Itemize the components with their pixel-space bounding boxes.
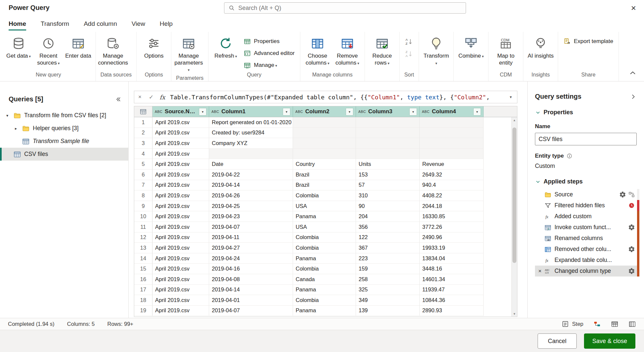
grid-cell[interactable]: April 2019.csv: [152, 222, 209, 232]
step-settings-gear-icon[interactable]: [628, 224, 635, 231]
grid-cell[interactable]: Brazil: [293, 170, 356, 180]
row-number[interactable]: 12: [134, 232, 152, 243]
column-header-source-name[interactable]: ABCSource.Name▾: [152, 106, 209, 117]
grid-cell[interactable]: April 2019.csv: [152, 274, 209, 285]
tab-add-column[interactable]: Add column: [84, 16, 117, 32]
tab-help[interactable]: Help: [160, 16, 173, 32]
grid-cell[interactable]: [356, 149, 420, 159]
grid-cell[interactable]: [356, 138, 420, 149]
grid-cell[interactable]: [420, 138, 484, 149]
row-number[interactable]: 15: [134, 264, 152, 274]
row-number[interactable]: 19: [134, 306, 152, 316]
applied-step-expanded-table-colu[interactable]: fxExpanded table colu...: [535, 255, 639, 266]
ribbon-button-recent-sources[interactable]: Recent sources ▾: [34, 35, 63, 68]
row-number[interactable]: 1: [134, 117, 152, 128]
tab-view[interactable]: View: [132, 16, 145, 32]
tab-transform[interactable]: Transform: [41, 16, 69, 32]
row-number[interactable]: 10: [134, 211, 152, 222]
query-item-helper-queries-3[interactable]: ▸Helper queries [3]: [0, 122, 128, 135]
row-number[interactable]: 2: [134, 128, 152, 138]
grid-cell[interactable]: April 2019.csv: [152, 253, 209, 264]
grid-cell[interactable]: Created by: user9284: [209, 128, 293, 138]
grid-cell[interactable]: April 2019.csv: [152, 211, 209, 222]
row-number[interactable]: 7: [134, 180, 152, 191]
row-number[interactable]: 9: [134, 201, 152, 212]
grid-cell[interactable]: 16330.85: [420, 211, 484, 222]
grid-cell[interactable]: Colombia: [293, 232, 356, 243]
step-settings-gear-icon[interactable]: [619, 191, 626, 198]
info-icon[interactable]: [566, 153, 572, 159]
grid-cell[interactable]: 2019-04-07: [209, 222, 293, 232]
grid-cell[interactable]: 2019-04-07: [209, 306, 293, 316]
ribbon-button-enter-data[interactable]: Enter data: [64, 35, 93, 61]
grid-cell[interactable]: 310: [356, 190, 420, 201]
ribbon-button-manage-connections[interactable]: Manage connections: [98, 35, 128, 68]
grid-cell[interactable]: 2019-04-25: [209, 201, 293, 212]
ribbon-button-properties[interactable]: Properties: [241, 36, 297, 47]
grid-cell[interactable]: April 2019.csv: [152, 232, 209, 243]
grid-cell[interactable]: 2890.93: [420, 306, 484, 316]
grid-cell[interactable]: 2019-04-24: [209, 253, 293, 264]
grid-cell[interactable]: [420, 128, 484, 138]
grid-cell[interactable]: [293, 128, 356, 138]
grid-cell[interactable]: 204: [356, 211, 420, 222]
grid-cell[interactable]: April 2019.csv: [152, 128, 209, 138]
grid-cell[interactable]: 2044.18: [420, 201, 484, 212]
applied-step-source[interactable]: Source: [535, 189, 639, 200]
ribbon-button-combine[interactable]: Combine ▾: [456, 35, 486, 61]
grid-cell[interactable]: Panama: [293, 285, 356, 295]
grid-cell[interactable]: 2019-04-22: [209, 170, 293, 180]
grid-cell[interactable]: Report generated on 01-01-2020: [209, 117, 293, 128]
applied-step-invoke-custom-funct[interactable]: fxInvoke custom funct...: [535, 222, 639, 233]
applied-step-filtered-hidden-files[interactable]: Filtered hidden files: [535, 200, 639, 211]
grid-cell[interactable]: Panama: [293, 211, 356, 222]
grid-vertical-scrollbar[interactable]: ▲ ▼: [511, 117, 517, 317]
collapse-ribbon-button[interactable]: [629, 69, 637, 77]
delete-step-button[interactable]: ×: [536, 268, 544, 275]
grid-cell[interactable]: Colombia: [293, 190, 356, 201]
applied-step-changed-column-type[interactable]: ×ABC123Changed column type: [535, 266, 639, 277]
grid-cell[interactable]: Company XYZ: [209, 138, 293, 149]
ribbon-button-reduce-rows[interactable]: Reduce rows ▾: [368, 35, 397, 68]
row-number[interactable]: 13: [134, 243, 152, 253]
ribbon-button-export-template[interactable]: Export template: [561, 36, 616, 47]
grid-cell[interactable]: 4408.22: [420, 190, 484, 201]
row-number[interactable]: 18: [134, 295, 152, 306]
grid-cell[interactable]: 3448.16: [420, 264, 484, 274]
applied-step-removed-other-colu[interactable]: Removed other colu...: [535, 244, 639, 255]
grid-cell[interactable]: April 2019.csv: [152, 285, 209, 295]
grid-cell[interactable]: [420, 149, 484, 159]
grid-cell[interactable]: 153: [356, 170, 420, 180]
column-header-column3[interactable]: ABCColumn3▾: [356, 106, 420, 117]
grid-cell[interactable]: 2490.96: [420, 232, 484, 243]
scrollbar-thumb[interactable]: [512, 127, 516, 263]
grid-cell[interactable]: 2019-04-14: [209, 285, 293, 295]
grid-cell[interactable]: 90: [356, 201, 420, 212]
search-input[interactable]: [238, 5, 462, 12]
grid-cell[interactable]: April 2019.csv: [152, 170, 209, 180]
grid-cell[interactable]: Colombia: [293, 243, 356, 253]
formula-accept-button[interactable]: ✓: [146, 91, 157, 103]
grid-cell[interactable]: 2019-04-27: [209, 243, 293, 253]
grid-cell[interactable]: 325: [356, 285, 420, 295]
row-number[interactable]: 3: [134, 138, 152, 149]
row-number[interactable]: 17: [134, 285, 152, 295]
grid-cell[interactable]: 139: [356, 306, 420, 316]
column-view-button[interactable]: [628, 320, 636, 328]
formula-expand-button[interactable]: ▾: [504, 91, 517, 103]
grid-cell[interactable]: [293, 138, 356, 149]
grid-cell[interactable]: [420, 117, 484, 128]
grid-cell[interactable]: 2019-04-01: [209, 295, 293, 306]
grid-cell[interactable]: 2019-04-23: [209, 211, 293, 222]
filter-button[interactable]: ▾: [473, 108, 481, 116]
grid-cell[interactable]: April 2019.csv: [152, 159, 209, 170]
grid-cell[interactable]: April 2019.csv: [152, 180, 209, 191]
grid-cell[interactable]: 2019-04-14: [209, 180, 293, 191]
scroll-up-button[interactable]: ▲: [512, 117, 517, 123]
column-header-column4[interactable]: ABCColumn4▾: [420, 106, 484, 117]
filter-button[interactable]: ▾: [346, 108, 353, 116]
grid-cell[interactable]: Units: [356, 159, 420, 170]
ribbon-button-sort-descending[interactable]: ZA: [402, 48, 416, 59]
query-name-input[interactable]: [535, 133, 637, 145]
filter-button[interactable]: ▾: [283, 108, 290, 116]
